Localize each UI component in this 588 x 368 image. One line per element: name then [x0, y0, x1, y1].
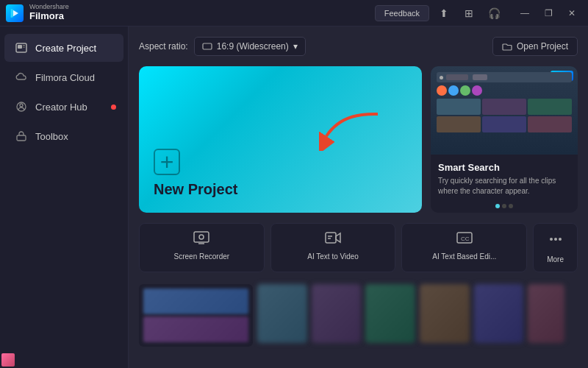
titlebar-left: Wondershare Filmora: [6, 4, 69, 21]
ai-text-to-video-button[interactable]: AI Text to Video: [270, 223, 396, 272]
new-project-card[interactable]: + New Project: [139, 66, 422, 213]
minimize-button[interactable]: —: [514, 5, 535, 21]
ai-text-based-edit-label: AI Text Based Edi...: [432, 252, 496, 261]
screen-recorder-button[interactable]: Screen Recorder: [139, 223, 265, 272]
creator-hub-icon: [15, 100, 28, 113]
preview-grid: [437, 99, 572, 132]
more-button[interactable]: More: [533, 223, 578, 272]
svg-point-16: [550, 238, 553, 241]
sidebar-item-creator-hub[interactable]: Creator Hub: [4, 93, 123, 121]
svg-rect-9: [203, 43, 212, 49]
sidebar: Create Project Filmora Cloud Creator Hub: [0, 26, 129, 368]
ai-text-based-edit-button[interactable]: CC AI Text Based Edi...: [401, 223, 527, 272]
open-project-button[interactable]: Open Project: [492, 37, 578, 56]
new-project-label: New Project: [154, 181, 407, 198]
smart-search-preview: New: [431, 66, 578, 155]
svg-rect-4: [23, 45, 25, 46]
headset-icon-btn[interactable]: 🎧: [484, 3, 504, 24]
smart-search-desc: Try quickly searching for all the clips …: [438, 176, 570, 197]
new-project-plus-icon: +: [154, 149, 180, 175]
content-toolbar: Aspect ratio: 16:9 (Widescreen) ▾ Open P…: [139, 37, 578, 56]
cards-row: + New Project New: [139, 66, 578, 213]
app-logo-icon: [6, 4, 24, 22]
recent-thumb-4[interactable]: [420, 284, 470, 343]
preview-ui: [437, 72, 572, 152]
recent-thumb-1[interactable]: [257, 284, 307, 343]
app-logo-text: Wondershare Filmora: [29, 4, 69, 21]
screen-recorder-icon: [193, 231, 209, 248]
svg-rect-5: [23, 47, 25, 48]
recent-thumbnails-grid: [257, 284, 578, 347]
quick-actions: Screen Recorder AI Text to Video CC: [139, 223, 578, 272]
main-layout: Create Project Filmora Cloud Creator Hub: [0, 26, 588, 368]
titlebar-right: Feedback ⬆ ⊞ 🎧 — ❐ ✕: [375, 3, 582, 24]
feedback-button[interactable]: Feedback: [375, 5, 429, 21]
brand-bottom: Filmora: [29, 11, 69, 21]
ai-text-to-video-label: AI Text to Video: [307, 252, 359, 261]
sidebar-item-create-project[interactable]: Create Project: [4, 34, 123, 62]
ai-text-based-edit-icon: CC: [456, 231, 473, 248]
ai-text-to-video-icon: [325, 231, 341, 248]
sidebar-item-filmora-cloud[interactable]: Filmora Cloud: [4, 63, 123, 91]
open-project-label: Open Project: [517, 41, 568, 52]
svg-point-18: [559, 238, 562, 241]
restore-button[interactable]: ❐: [538, 5, 559, 21]
sidebar-creator-hub-label: Creator Hub: [35, 102, 87, 113]
card-dot-1: [495, 204, 500, 208]
recent-thumb-5[interactable]: [474, 284, 524, 343]
card-dot-2: [502, 204, 506, 208]
preview-searchbar: [437, 72, 572, 82]
svg-rect-1: [10, 9, 13, 18]
sidebar-item-toolbox[interactable]: Toolbox: [4, 122, 123, 150]
svg-rect-3: [18, 45, 22, 49]
aspect-ratio-selector: Aspect ratio: 16:9 (Widescreen) ▾: [139, 37, 306, 56]
card-indicator-dots: [431, 204, 578, 213]
svg-rect-11: [194, 232, 209, 242]
upload-icon-btn[interactable]: ⬆: [434, 3, 454, 24]
smart-search-info: Smart Search Try quickly searching for a…: [431, 155, 578, 204]
more-icon: [548, 231, 564, 251]
toolbox-icon: [15, 130, 28, 143]
titlebar: Wondershare Filmora Feedback ⬆ ⊞ 🎧 — ❐ ✕: [0, 0, 588, 26]
aspect-ratio-button[interactable]: 16:9 (Widescreen) ▾: [194, 37, 306, 56]
create-project-icon: [15, 41, 28, 54]
svg-point-7: [20, 104, 23, 107]
card-dot-3: [509, 204, 513, 208]
creator-hub-notification-dot: [111, 105, 116, 110]
content-area: Aspect ratio: 16:9 (Widescreen) ▾ Open P…: [129, 26, 588, 368]
screen-recorder-label: Screen Recorder: [174, 252, 230, 261]
recent-projects-row: [139, 284, 578, 347]
grid-icon-btn[interactable]: ⊞: [459, 3, 479, 24]
more-label: More: [547, 255, 564, 264]
recent-thumb-2[interactable]: [312, 284, 362, 343]
chevron-down-icon: ▾: [293, 41, 298, 52]
recent-thumb-3[interactable]: [365, 284, 415, 343]
sidebar-create-project-label: Create Project: [35, 43, 96, 54]
arrow-indicator: [319, 107, 385, 151]
cloud-icon: [15, 71, 28, 84]
sidebar-toolbox-label: Toolbox: [35, 131, 68, 142]
svg-text:CC: CC: [461, 236, 470, 242]
window-controls: — ❐ ✕: [514, 5, 582, 21]
svg-point-12: [199, 235, 204, 239]
smart-search-card[interactable]: New: [431, 66, 578, 213]
smart-search-title: Smart Search: [438, 162, 570, 173]
close-button[interactable]: ✕: [562, 5, 582, 21]
aspect-ratio-value: 16:9 (Widescreen): [217, 41, 289, 52]
preview-avatars: [437, 85, 572, 96]
recent-thumb-6[interactable]: [528, 284, 564, 343]
aspect-ratio-label: Aspect ratio:: [139, 41, 188, 52]
svg-rect-8: [17, 135, 26, 141]
recent-sidebar-preview[interactable]: [139, 284, 253, 347]
sidebar-filmora-cloud-label: Filmora Cloud: [35, 72, 95, 83]
svg-rect-13: [326, 233, 336, 243]
svg-point-17: [554, 238, 557, 241]
